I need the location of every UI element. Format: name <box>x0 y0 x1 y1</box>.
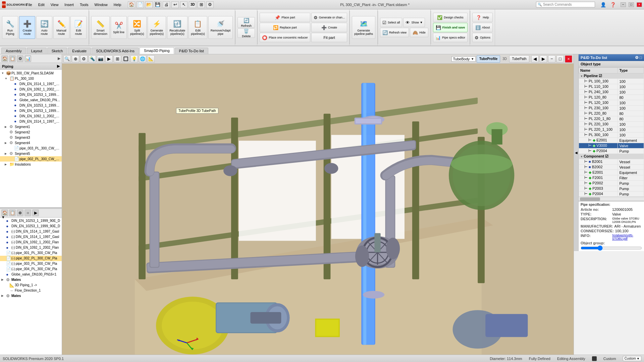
vt-icon-2[interactable]: ⊕ <box>72 55 79 63</box>
pid-row-pl220-80[interactable]: ⊢ PL 220_80 80 <box>579 111 644 116</box>
tab-sketch[interactable]: Sketch <box>47 48 67 54</box>
fit-part-button[interactable]: Fit part <box>311 33 347 42</box>
tree-pipe002[interactable]: 📄 pipe_002_PL_300_CW_Plant-1< <box>0 156 62 162</box>
user-icon[interactable]: 👤 <box>600 2 606 7</box>
pid-comp-p2003[interactable]: ⊢ ◆ P2003 Pump <box>579 186 644 191</box>
split-line-button[interactable]: ✂️ Split line <box>111 16 127 39</box>
vt-icon-9[interactable]: 💡 <box>130 55 138 63</box>
tree-gasket2[interactable]: ● DIN_EN_1514_1_1997_Gasket_ <box>0 119 62 124</box>
pid-row-pl230[interactable]: ⊢ PL 230_100 100 <box>579 106 644 111</box>
edit-route-button[interactable]: 📝 Edit route <box>70 16 87 39</box>
tree-seg4[interactable]: ▶ ⚙ Segment4 <box>0 140 62 145</box>
tree-seg3[interactable]: ⚙ Segment3 <box>0 135 62 140</box>
replace-part-button[interactable]: 🔁 Replace part <box>260 23 310 32</box>
vt-expand[interactable]: ▶ <box>540 55 547 63</box>
pid-row-pl120-80[interactable]: ⊢ PL 120_80 80 <box>579 95 644 100</box>
vt-icon-3[interactable]: ⚙ <box>80 55 88 63</box>
help-button[interactable]: ❓ Help <box>472 13 493 22</box>
bottom-tree-item-2[interactable]: ● (-) DIN_EN_1514_1_1997_Gasl <box>0 229 62 234</box>
smart-dimension-button[interactable]: 📏 Smart dimension <box>91 16 110 39</box>
search-box[interactable]: 🔍 <box>536 2 595 7</box>
bottom-icon-5[interactable]: ▶ <box>32 209 39 216</box>
pid-comp-b2001[interactable]: ⊢ ■ B2001 Vessel <box>579 159 644 165</box>
tree-gasket1[interactable]: ● DIN_EN_1514_1_1997_Gasket_ <box>0 81 62 86</box>
pid-row-pl220-1-80[interactable]: ⊢ PL 220_1_80 80 <box>579 116 644 122</box>
create-button[interactable]: ➕ Create <box>311 23 347 32</box>
window-maximize[interactable]: □ <box>629 2 634 7</box>
edit-pipeline-button[interactable]: 📋 Edit pipeline(s) <box>189 16 207 39</box>
toolbar-icon-print[interactable]: 🖨 <box>163 1 170 8</box>
bottom-tree-item-9[interactable]: 📄 (-) pipe_004_PL_300_CW_Pla <box>0 266 62 272</box>
vt-icon-8[interactable]: 🔲 <box>122 55 129 63</box>
run-piping-button[interactable]: 🔧 Run Piping <box>2 16 18 39</box>
refresh-button[interactable]: 🔄 Refresh <box>237 17 255 28</box>
pid-row-pl220-1-100[interactable]: ⊢ PL 220_1_100 100 <box>579 127 644 132</box>
tree-seg2[interactable]: ⚙ Segment2 <box>0 129 62 135</box>
pid-row-pl120-100[interactable]: ⊢ PL 120_100 100 <box>579 100 644 106</box>
generate-paths-button[interactable]: 🗺️ Generate pipeline paths <box>352 16 375 39</box>
tree-seg5[interactable]: ▶ ⚙ Segment5 <box>0 151 62 156</box>
tree-din3[interactable]: ● DIN_EN_10253_1_1999_90E_D <box>0 108 62 113</box>
toolbar-icon-grid[interactable]: ⊞ <box>198 1 205 8</box>
pid-comp-e2001[interactable]: ⊢ ◆ E2001 Equipment <box>579 170 644 175</box>
bottom-tree-item-7[interactable]: 📄 (-) pipe_002_PL_300_CW_Pla <box>0 256 62 261</box>
toolbar-icon-new[interactable]: 📄 <box>137 1 144 8</box>
recalculate-button[interactable]: 🔃 Recalculate pipeline(s) <box>167 16 187 39</box>
bottom-icon-2[interactable]: 📋 <box>9 209 16 216</box>
vt-close[interactable]: × <box>565 55 572 63</box>
menu-edit[interactable]: Edit <box>37 2 46 7</box>
pid-table-container[interactable]: Name Type ▼ Pipeline ☑ <box>579 67 644 201</box>
left-panel-icon-2[interactable]: 📋 <box>9 55 16 62</box>
toolbar-icon-pointer[interactable]: ↖ <box>180 1 187 8</box>
bottom-tree[interactable]: ● DIN_EN_10253_1_1999_90E_D ● DIN_EN_102… <box>0 218 62 355</box>
finish-save-button[interactable]: 💾 Finish and save <box>433 23 468 32</box>
tab-evaluate[interactable]: Evaluate <box>68 48 91 54</box>
tree-pipe003[interactable]: 📄 pipe_003_PL_300_CW_Plant <box>0 145 62 151</box>
window-minimize[interactable]: − <box>621 2 626 7</box>
tab-piping[interactable]: Smap3D Piping <box>140 47 174 54</box>
component-group-row[interactable]: ▼ Component ☑ <box>579 154 644 159</box>
bottom-mates-1[interactable]: ▶ ⚙ Mates <box>0 277 62 283</box>
menu-view[interactable]: View <box>49 2 60 7</box>
tree-din2[interactable]: ● DIN_EN_10253_1_1999_90E_DN <box>0 103 62 108</box>
vt-collapse[interactable]: ◀ <box>531 55 539 63</box>
pid-comp-p2004[interactable]: ⊢ ◆ P2004 Pump <box>579 191 644 197</box>
tab-pid[interactable]: P&ID To-Do list <box>175 48 208 54</box>
bottom-piping[interactable]: 📐 3D Piping_1 -> <box>0 283 62 288</box>
vt-icon-5[interactable]: 📷 <box>97 55 104 63</box>
bottom-tree-item-1[interactable]: ● DIN_EN_10253_1_1999_90E_D <box>0 224 62 229</box>
search-input[interactable] <box>543 3 593 6</box>
piping-expand[interactable]: ▶ <box>57 64 60 68</box>
show-button[interactable]: 👁 Show ▼ <box>403 18 425 27</box>
hide-button[interactable]: 🙈 Hide <box>410 28 428 37</box>
remove-adapt-button[interactable]: 🚿 Remove/Adapt pipe <box>208 16 233 39</box>
toolbar-icon-save[interactable]: 💾 <box>154 1 161 8</box>
menu-insert[interactable]: Insert <box>63 2 75 7</box>
tube-body-dropdown[interactable]: TubeBody ▼ <box>451 56 476 62</box>
auto-route-button[interactable]: 🔄 Auto route <box>36 16 52 39</box>
menu-window[interactable]: Window <box>93 2 109 7</box>
bottom-tree-item-5[interactable]: ● (-) DIN_EN_1092_1_2002_Flan <box>0 245 62 250</box>
toolbar-icon-undo[interactable]: ↩ <box>171 1 179 8</box>
bottom-mates-2[interactable]: ▶ ⚙ Mates <box>0 293 62 299</box>
pid-row-pl240[interactable]: ⊢ PL 240_100 100 <box>579 89 644 95</box>
delete-button[interactable]: 🗑️ Delete <box>237 28 255 38</box>
tree-pl300[interactable]: ▼ 📋 PL_300_100 <box>0 76 62 81</box>
tree-din1[interactable]: ● DIN_EN_10253_1_1999_90E_DN <box>0 92 62 97</box>
generate-or-chan-button[interactable]: ⚙ Generate or chan... <box>311 13 347 22</box>
tree-globe1[interactable]: ● Globe_valve_DN100_PN16<1> <box>0 97 62 103</box>
about-button[interactable]: ℹ️ About <box>472 23 493 32</box>
left-panel-icon-4[interactable]: 📊 <box>24 55 31 62</box>
feature-tree[interactable]: ▼ 📦 PL 300_CW_Plant.SLDASM ▼ 📋 PL_300_10… <box>0 70 62 207</box>
select-all-button[interactable]: ☑ Select all <box>380 18 402 27</box>
place-one-button[interactable]: ⭕ Place one concentric reducer <box>260 33 310 42</box>
pid-comp-f2001[interactable]: ⊢ ◆ F2001 Filter <box>579 175 644 181</box>
vt-icon-7[interactable]: ⊞ <box>114 55 121 63</box>
split-pipelines-button[interactable]: 🔀 Split pipeline(s) <box>128 16 147 39</box>
expand-arrow[interactable]: ▶ <box>58 56 60 61</box>
bottom-tree-item-3[interactable]: ● (-) DIN_EN_1514_1_1997_Gasl <box>0 234 62 240</box>
collapse-panel-btn[interactable]: ◀ <box>574 54 579 251</box>
bottom-tree-item-8[interactable]: 📄 (-) pipe_003_PL_300_CW_Pla <box>0 261 62 266</box>
toolbar-icon-gear[interactable]: ⚙ <box>206 1 214 8</box>
pid-child-e2001[interactable]: ⊢ ◆ E2001 Equipment <box>579 138 644 143</box>
